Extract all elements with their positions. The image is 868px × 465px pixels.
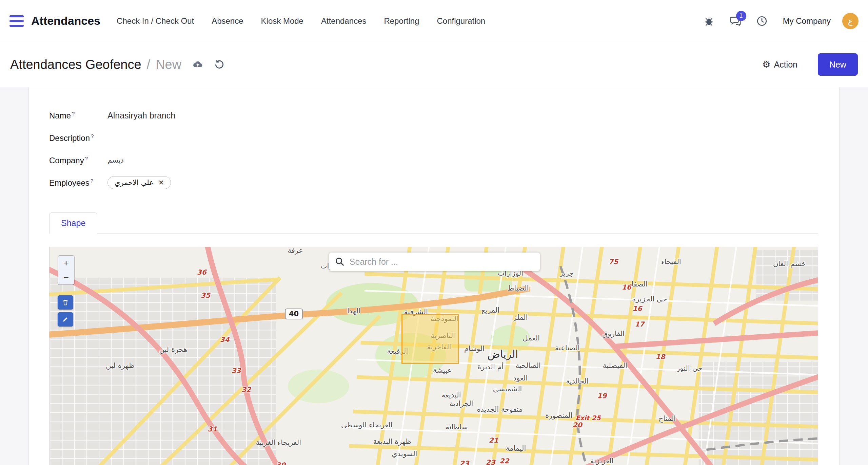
breadcrumb-separator: / (147, 57, 151, 72)
map-place-label: اليمامة (506, 444, 526, 452)
gear-icon: ⚙ (762, 60, 770, 69)
zoom-in-button[interactable]: + (58, 256, 74, 270)
form-view: Name? Alnasiryah branch Description? Com… (0, 87, 868, 465)
map-place-label: الصفا (632, 280, 648, 288)
map-search-box (329, 253, 540, 271)
map-route-marker: 23 (460, 459, 469, 465)
employees-label: Employees? (49, 178, 107, 188)
map-route-marker: 16 (633, 304, 642, 313)
map-route-marker: 40 (285, 309, 303, 319)
map-route-marker: 32 (241, 386, 251, 394)
map-route-marker: 33 (232, 367, 241, 375)
map-place-label: خشم العان (773, 260, 806, 268)
map-place-label: الفيحاء (661, 258, 681, 266)
save-cloud-icon[interactable] (192, 59, 204, 70)
map-place-label: البديعة (442, 391, 461, 399)
menu-attendances[interactable]: Attendances (321, 16, 366, 26)
map-place-label: الوشام (464, 345, 485, 353)
map-place-label: الخالدية (566, 377, 589, 385)
map-place-label: غبيشة (433, 366, 451, 374)
messages-icon[interactable]: 1 (728, 14, 743, 29)
description-label: Description? (49, 133, 107, 143)
new-button[interactable]: New (818, 53, 858, 76)
map-place-label: الهدا (347, 307, 360, 315)
breadcrumb-current: New (156, 57, 181, 72)
map-zoom-control: + − (58, 255, 75, 285)
main-menu: Check In / Check Out Absence Kiosk Mode … (117, 16, 485, 26)
company-switcher[interactable]: My Company (783, 16, 831, 26)
zoom-out-button[interactable]: − (58, 270, 74, 284)
company-field[interactable]: ديسم (107, 156, 124, 164)
name-field[interactable]: Alnasiryah branch (107, 111, 175, 120)
edit-shape-button[interactable] (58, 312, 73, 327)
map-place-label: ظهرة لبن (106, 361, 134, 370)
help-icon: ? (91, 178, 93, 184)
employee-tag[interactable]: علي الاحمري ✕ (107, 176, 171, 189)
map-place-label: هجرة لبن (159, 346, 188, 354)
map-place-label: المنصورة (545, 411, 573, 420)
menu-check-in-out[interactable]: Check In / Check Out (117, 16, 194, 26)
menu-kiosk-mode[interactable]: Kiosk Mode (261, 16, 303, 26)
control-panel: Attendances Geofence / New ⚙ Action New (0, 42, 868, 87)
top-navbar: Attendances Check In / Check Out Absence… (0, 0, 868, 42)
help-icon: ? (85, 155, 88, 161)
geofence-map[interactable]: عرفةسفاراتالفيحاءخشم العان75الوزاراتجرير… (49, 247, 818, 465)
remove-tag-icon[interactable]: ✕ (158, 179, 164, 187)
map-place-label: حي النور (676, 364, 703, 372)
trash-icon (62, 299, 69, 306)
map-place-label: أم الدبرة (477, 363, 504, 371)
name-label: Name? (49, 111, 107, 120)
menu-absence[interactable]: Absence (212, 16, 243, 26)
geofence-shape[interactable] (401, 314, 459, 364)
map-place-label: الرياض (488, 348, 518, 360)
map-route-marker: 20 (573, 421, 582, 429)
search-icon (335, 257, 345, 267)
map-place-label: العريجاء الغربية (256, 439, 301, 447)
description-field[interactable] (107, 132, 209, 144)
field-row-description: Description? (49, 131, 818, 145)
help-icon: ? (72, 111, 75, 116)
apps-menu-icon[interactable] (9, 15, 24, 27)
map-route-marker: 36 (197, 268, 206, 276)
action-menu-button[interactable]: ⚙ Action (762, 60, 797, 70)
user-avatar[interactable]: ع (842, 13, 859, 29)
map-route-marker: 34 (220, 335, 230, 343)
map-place-label: الضباط (508, 284, 529, 292)
map-place-label: العريجاء الوسطى (341, 421, 393, 429)
menu-configuration[interactable]: Configuration (437, 16, 485, 26)
discard-undo-icon[interactable] (214, 59, 225, 70)
activities-clock-icon[interactable] (754, 14, 769, 29)
map-place-label: سلطانة (446, 423, 468, 431)
map-place-label: الملز (513, 313, 528, 321)
breadcrumb-root[interactable]: Attendances Geofence (10, 57, 141, 72)
map-draw-toolbar (58, 295, 73, 327)
map-place-label: الفاروق (602, 330, 625, 338)
debug-bug-icon[interactable] (702, 14, 716, 29)
breadcrumb: Attendances Geofence / New (10, 57, 181, 72)
map-place-label: المناخ (659, 414, 676, 423)
map-place-label: العزيزية (590, 457, 614, 465)
map-place-label: الجرادية (450, 399, 473, 408)
systray: 1 My Company ع (702, 13, 859, 29)
map-route-marker: 16 (622, 283, 631, 291)
map-route-marker: 35 (201, 291, 210, 299)
map-search-input[interactable] (350, 257, 534, 267)
field-row-company: Company? ديسم (49, 153, 818, 167)
map-place-label: منفوحة الجديدة (477, 405, 523, 413)
form-sheet: Name? Alnasiryah branch Description? Com… (28, 87, 840, 465)
message-count-badge: 1 (736, 11, 746, 21)
help-icon: ? (91, 133, 94, 139)
map-place-label: حي الجزيرة (632, 295, 667, 303)
map-place-label: عرفة (288, 247, 303, 255)
tab-shape[interactable]: Shape (49, 212, 97, 234)
field-row-name: Name? Alnasiryah branch (49, 108, 818, 123)
pencil-icon (62, 316, 69, 323)
menu-reporting[interactable]: Reporting (384, 16, 419, 26)
map-route-marker: 31 (208, 425, 217, 433)
map-place-label: ظهرة البديعة (373, 438, 411, 446)
app-name[interactable]: Attendances (31, 14, 100, 27)
map-route-marker: 75 (609, 258, 618, 266)
map-route-marker: 18 (656, 353, 665, 361)
delete-shape-button[interactable] (58, 295, 73, 310)
map-place-label: جرير (559, 269, 574, 277)
